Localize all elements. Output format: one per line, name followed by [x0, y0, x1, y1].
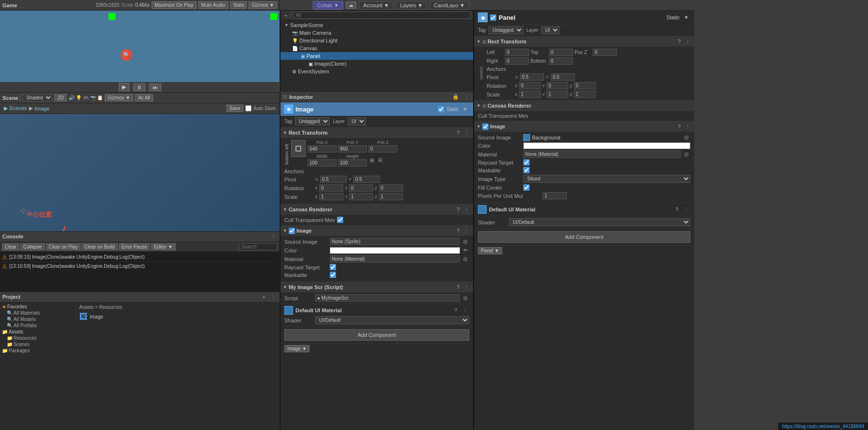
ri-img-help[interactable]: ? — [676, 123, 682, 130]
mid-rect-help[interactable]: ? — [455, 129, 461, 136]
src-img-input[interactable] — [330, 238, 460, 245]
width-input[interactable] — [308, 159, 336, 166]
hier-item-panel[interactable]: ▣ Panel — [280, 52, 473, 60]
account-button[interactable]: Account ▼ — [359, 1, 393, 10]
stats-btn[interactable]: Stats — [230, 1, 247, 9]
mat-help[interactable]: ? — [453, 307, 459, 314]
clear-btn[interactable]: Clear — [2, 243, 19, 250]
project-add-btn[interactable]: + — [261, 293, 267, 300]
ri-add-component-btn[interactable]: Add Component — [478, 231, 690, 243]
ri-posz-input[interactable] — [593, 49, 617, 56]
editor-btn[interactable]: Editor ▼ — [151, 243, 176, 250]
all-models-item[interactable]: 🔍 All Models — [0, 316, 77, 322]
inspector-options-btn[interactable]: ⋮ — [462, 93, 471, 100]
rx-input[interactable] — [319, 184, 343, 192]
ri-tag-select[interactable]: Untagged — [489, 26, 523, 34]
ri-sy-input[interactable] — [546, 91, 568, 98]
ri-maskable-checkbox[interactable] — [523, 167, 530, 173]
resources-folder[interactable]: 📁 Resources — [0, 335, 77, 341]
material-pick[interactable]: ◎ — [462, 255, 469, 263]
hier-item-canvas[interactable]: 📄 Canvas — [280, 44, 473, 52]
shader-select-mid[interactable]: UI/Default — [315, 316, 469, 324]
maskable-checkbox-mid[interactable] — [330, 272, 336, 278]
cloud-button[interactable]: ☁ — [346, 1, 356, 9]
image-tag-btn[interactable]: Image ▼ — [284, 345, 309, 352]
collab-button[interactable]: Collab ▼ — [313, 1, 343, 10]
packages-folder[interactable]: 📁 Packages — [0, 347, 77, 354]
pivot-y-input[interactable] — [353, 176, 380, 183]
ri-obj-active[interactable] — [490, 14, 496, 21]
ri-left-input[interactable] — [505, 49, 529, 56]
sy-input[interactable] — [349, 193, 373, 200]
color-swatch-mid[interactable] — [330, 247, 460, 254]
game-tab[interactable]: Game — [2, 2, 17, 8]
image-asset[interactable]: 🖼 Image — [79, 312, 278, 322]
scene-2d-btn[interactable]: 2D — [55, 94, 67, 101]
play-button[interactable]: ▶ — [119, 83, 129, 91]
ri-shader-select[interactable]: UI/Default — [509, 218, 690, 226]
ri-bottom-input[interactable] — [549, 57, 573, 65]
ri-sz-input[interactable] — [574, 91, 596, 98]
posy-input[interactable] — [338, 145, 367, 153]
hier-item-samplescene[interactable]: ▼ SampleScene — [280, 21, 473, 29]
ri-rz-input[interactable] — [574, 82, 596, 89]
height-input[interactable] — [338, 159, 367, 166]
clear-on-play-btn[interactable]: Clear on Play — [46, 243, 81, 250]
scenes-link[interactable]: ▶ Scenes — [4, 105, 27, 111]
collapse-btn[interactable]: Collapse — [20, 243, 45, 250]
reset-btn[interactable]: R — [377, 157, 384, 164]
cull-checkbox[interactable] — [337, 217, 343, 223]
hier-item-maincamera[interactable]: 📷 Main Camera — [280, 29, 473, 37]
raycast-checkbox-mid[interactable] — [330, 264, 336, 270]
save-btn[interactable]: Save — [226, 105, 243, 112]
image-link[interactable]: Image — [35, 106, 50, 111]
src-img-pick[interactable]: ◎ — [462, 238, 469, 245]
hierarchy-search[interactable] — [293, 12, 471, 19]
maximize-on-play-btn[interactable]: Maximize On Play — [152, 1, 196, 9]
ri-imgtype-select[interactable]: Sliced — [523, 175, 690, 183]
script-input[interactable] — [315, 294, 460, 302]
static-options[interactable]: ▼ — [461, 106, 469, 112]
script-pick[interactable]: ◎ — [462, 294, 469, 302]
ri-ry-input[interactable] — [546, 82, 568, 89]
img-help[interactable]: ? — [455, 227, 461, 234]
color-pick[interactable]: ✏ — [462, 247, 469, 254]
cr-help[interactable]: ? — [455, 206, 461, 213]
ri-static-dropdown[interactable]: ▼ — [682, 14, 690, 21]
project-options-btn[interactable]: ⋮ — [269, 293, 277, 301]
posz-input[interactable] — [368, 145, 397, 153]
scenes-folder[interactable]: 📁 Scenes — [0, 341, 77, 347]
mat-options[interactable]: ⋮ — [461, 307, 469, 314]
pivot-x-input[interactable] — [320, 176, 347, 183]
pause-button[interactable]: ⏸ — [133, 83, 145, 91]
ri-img-options[interactable]: ⋮ — [684, 123, 692, 130]
ri-img-active[interactable] — [482, 124, 489, 130]
ri-rect-options[interactable]: ⋮ — [684, 38, 692, 45]
console-options-btn[interactable]: ⋮ — [269, 233, 277, 240]
inspector-lock-btn[interactable]: 🔒 — [451, 93, 461, 100]
hier-item-eventsystem[interactable]: ⚙ EventSystem — [280, 68, 473, 75]
clear-on-build-btn[interactable]: Clear on Build — [82, 243, 118, 250]
ri-image-header[interactable]: ▼ Image ? ⋮ — [474, 121, 694, 132]
ri-color-swatch[interactable] — [523, 142, 690, 149]
ri-sx-input[interactable] — [519, 91, 541, 98]
sx-input[interactable] — [319, 193, 343, 200]
ry-input[interactable] — [349, 184, 373, 192]
mid-rect-options[interactable]: ⋮ — [462, 129, 471, 137]
hier-item-dirlight[interactable]: 💡 Directional Light — [280, 37, 473, 44]
step-button[interactable]: ⏭ — [149, 83, 161, 91]
sz-input[interactable] — [379, 193, 403, 200]
ri-right-input[interactable] — [505, 57, 529, 65]
ri-pivy-input[interactable] — [551, 73, 575, 81]
hier-item-imageclone[interactable]: ▣ Image(Clone) — [280, 60, 473, 68]
ri-top-input[interactable] — [549, 49, 573, 56]
add-component-btn-mid[interactable]: Add Component — [284, 329, 469, 341]
ri-material-input[interactable] — [523, 151, 681, 158]
gizmos-btn[interactable]: Gizmos ▼ — [249, 1, 277, 9]
layers-button[interactable]: Layers ▼ — [396, 1, 427, 10]
img-options[interactable]: ⋮ — [462, 227, 471, 235]
mid-canvas-renderer-header[interactable]: ▼ Canvas Renderer ? ⋮ — [280, 204, 473, 215]
ri-fillcenter-checkbox[interactable] — [523, 184, 530, 191]
script-options[interactable]: ⋮ — [462, 284, 471, 291]
scene-canvas[interactable]: 中心位置 左锚点 — [0, 114, 280, 231]
